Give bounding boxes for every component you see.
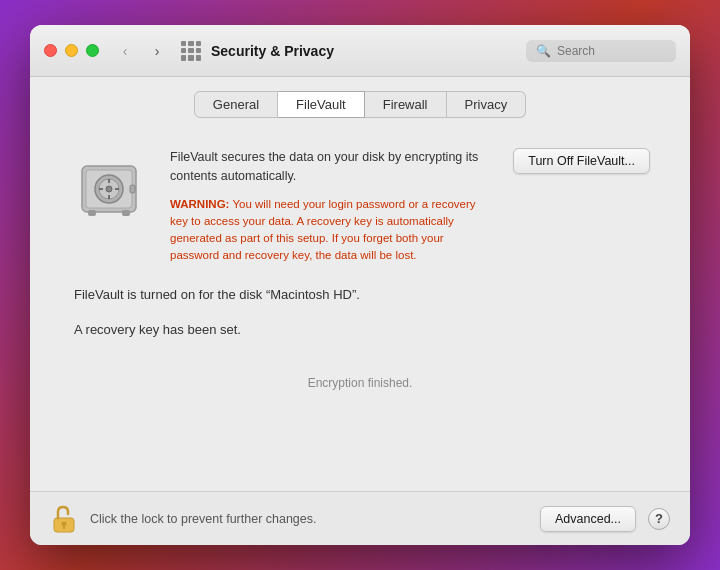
svg-point-13	[62, 521, 67, 526]
svg-rect-11	[122, 210, 130, 216]
back-button[interactable]: ‹	[111, 40, 139, 62]
description-text: FileVault secures the data on your disk …	[170, 148, 493, 186]
system-preferences-window: ‹ › Security & Privacy 🔍 General FileVau…	[30, 25, 690, 545]
svg-point-8	[106, 186, 112, 192]
warning-text: WARNING: You will need your login passwo…	[170, 196, 493, 265]
tab-general[interactable]: General	[194, 91, 278, 118]
search-bar[interactable]: 🔍	[526, 40, 676, 62]
lock-icon[interactable]	[50, 505, 78, 533]
content-area: General FileVault Firewall Privacy	[30, 77, 690, 491]
top-section: FileVault secures the data on your disk …	[70, 148, 650, 265]
bottom-bar: Click the lock to prevent further change…	[30, 491, 690, 545]
tab-firewall[interactable]: Firewall	[365, 91, 447, 118]
tab-filevault[interactable]: FileVault	[278, 91, 365, 118]
svg-rect-10	[88, 210, 96, 216]
lock-description: Click the lock to prevent further change…	[90, 512, 528, 526]
maximize-button[interactable]	[86, 44, 99, 57]
forward-button[interactable]: ›	[143, 40, 171, 62]
nav-buttons: ‹ ›	[111, 40, 171, 62]
filevault-icon	[70, 148, 150, 228]
description-section: FileVault secures the data on your disk …	[170, 148, 493, 265]
status-line-2: A recovery key has been set.	[74, 320, 646, 340]
help-button[interactable]: ?	[648, 508, 670, 530]
warning-label: WARNING:	[170, 198, 229, 210]
window-title: Security & Privacy	[211, 43, 526, 59]
titlebar: ‹ › Security & Privacy 🔍	[30, 25, 690, 77]
minimize-button[interactable]	[65, 44, 78, 57]
tab-bar: General FileVault Firewall Privacy	[30, 77, 690, 128]
traffic-lights	[44, 44, 99, 57]
filevault-panel: FileVault secures the data on your disk …	[30, 128, 690, 491]
encryption-status: Encryption finished.	[70, 376, 650, 390]
search-icon: 🔍	[536, 44, 551, 58]
advanced-button[interactable]: Advanced...	[540, 506, 636, 532]
svg-rect-9	[130, 185, 135, 193]
turn-off-filevault-button[interactable]: Turn Off FileVault...	[513, 148, 650, 174]
grid-icon[interactable]	[181, 41, 201, 61]
status-info: FileVault is turned on for the disk “Mac…	[70, 285, 650, 356]
search-input[interactable]	[557, 44, 666, 58]
status-line-1: FileVault is turned on for the disk “Mac…	[74, 285, 646, 305]
close-button[interactable]	[44, 44, 57, 57]
tab-privacy[interactable]: Privacy	[447, 91, 527, 118]
top-right: Turn Off FileVault...	[513, 148, 650, 174]
